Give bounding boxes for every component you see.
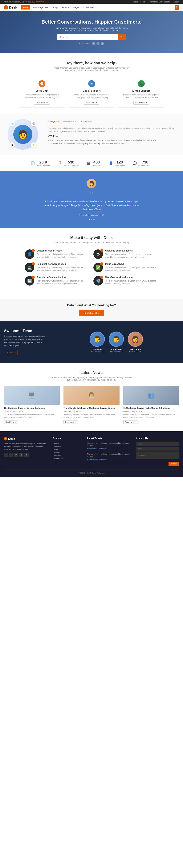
stats-section: 📄 20 K Articles Reviewed ❓ 530 Frequent … bbox=[0, 155, 183, 171]
tab-get-integrated[interactable]: Get Integrated bbox=[79, 119, 92, 124]
arrow-icon: ▼ bbox=[46, 102, 48, 104]
footer-tweet-link-2[interactable]: www.twitter.com/varname bbox=[87, 458, 107, 460]
team-member-3: 👩 Maria Kine Head Supporter bbox=[128, 332, 143, 352]
footer-col-brand: i Desk There are many variations of pass… bbox=[4, 437, 47, 466]
news-text-1: Proactively envisioned multimedia based … bbox=[4, 414, 60, 419]
workflow-title: Workflow works with you bbox=[105, 276, 158, 279]
google-icon[interactable]: g bbox=[101, 42, 104, 45]
footer-link-home[interactable]: Home bbox=[53, 442, 81, 445]
hero-search-button[interactable]: 🔍 bbox=[118, 34, 126, 40]
topbar-phone[interactable]: 1-800-000-0000 bbox=[30, 1, 44, 3]
nav-contact[interactable]: Contact Us bbox=[82, 5, 96, 9]
footer-name-input[interactable] bbox=[136, 442, 179, 446]
resolved-icon-wrap: ✅ ! bbox=[94, 263, 103, 272]
footer-link-contact[interactable]: Contact Us bbox=[53, 457, 81, 460]
footer-link-features[interactable]: Features bbox=[53, 454, 81, 457]
transform-icon-wrap: 🔄 ! bbox=[25, 276, 34, 285]
footer-social: f t in g r bbox=[4, 453, 47, 457]
footer-twitter-icon[interactable]: t bbox=[9, 453, 13, 457]
topbar-login[interactable]: Login bbox=[133, 1, 138, 3]
footer-link-forums[interactable]: Forums bbox=[53, 451, 81, 454]
helpdesk-desc: There are many variations of passages of… bbox=[36, 266, 89, 272]
float-icon-4: ⭐ bbox=[31, 143, 36, 148]
arrow-icon-3: ▼ bbox=[145, 102, 147, 104]
submit-ticket-button[interactable]: Submit a Ticket bbox=[79, 310, 104, 316]
twitter-icon[interactable]: t bbox=[97, 42, 100, 45]
news-text-3: Proactively envisioned multimedia based … bbox=[123, 414, 179, 419]
header-search-button[interactable]: 🔍 bbox=[175, 5, 179, 10]
footer-google-icon[interactable]: g bbox=[19, 453, 23, 457]
tabs-image: 📧 💬 📱 ⭐ 🧑 bbox=[4, 119, 42, 150]
news-read-more-1[interactable]: Read More ▼ bbox=[4, 420, 18, 424]
footer-explore-links: Home About Us FAQ Forums Features Contac… bbox=[53, 442, 81, 460]
topbar-downloads[interactable]: Download & Integrations bbox=[150, 1, 170, 3]
topbar-promo: Have any Question? Call us at 1-800-000-… bbox=[4, 1, 44, 3]
topbar: Have any Question? Call us at 1-800-000-… bbox=[0, 0, 183, 4]
member-role-1: Technical Support bbox=[89, 350, 105, 352]
resolved-desc: There are many variations of Lorem ipsum… bbox=[105, 266, 158, 272]
footer-link-faq[interactable]: FAQ bbox=[53, 448, 81, 451]
topbar-register[interactable]: Register bbox=[140, 1, 147, 3]
topbar-support[interactable]: Support bbox=[173, 1, 179, 3]
nav-home[interactable]: Home bbox=[21, 5, 30, 9]
footer-copyright: © 2014 Desk. All Rights Reserved. bbox=[78, 472, 105, 474]
arrow-icon-news-1: ▼ bbox=[15, 421, 17, 423]
news-subtext: There are many variations of passages of… bbox=[49, 376, 134, 381]
footer-submit-button[interactable]: Submit bbox=[168, 462, 179, 466]
phone-read-more[interactable]: Read More ▼ bbox=[133, 101, 149, 104]
tabs-content: Manage NYC Realtime Tips Get Integrated … bbox=[48, 119, 179, 145]
phone-icon: 📞 bbox=[138, 80, 145, 87]
nav-pages[interactable]: Pages bbox=[72, 5, 81, 9]
tab-realtime-tips[interactable]: Realtime Tips bbox=[63, 119, 76, 124]
dot-2[interactable] bbox=[91, 219, 92, 220]
news-text-2: Proactively envisioned multimedia based … bbox=[63, 414, 119, 419]
transform-text-block: Transform Communication There are many v… bbox=[36, 276, 89, 285]
footer-facebook-icon[interactable]: f bbox=[4, 453, 8, 457]
email-read-more[interactable]: Read More ▼ bbox=[84, 101, 99, 104]
hero-search-input[interactable] bbox=[57, 34, 118, 40]
footer-linkedin-icon[interactable]: in bbox=[14, 453, 18, 457]
easy-section: Make it easy with iDesk There are many v… bbox=[0, 228, 183, 299]
team-section: Awesome Team There are many variations o… bbox=[0, 321, 183, 363]
view-all-button[interactable]: View All bbox=[4, 350, 18, 355]
helpdesk-title: Help desk software is used bbox=[36, 263, 89, 266]
voice-chat-read-more[interactable]: Read More ▼ bbox=[34, 101, 50, 104]
nav-forums[interactable]: Forums bbox=[60, 5, 71, 9]
footer-message-input[interactable] bbox=[136, 452, 179, 459]
news-read-more-2[interactable]: Read More ▼ bbox=[63, 420, 78, 424]
testimonial-avatar: 👩 bbox=[87, 179, 96, 188]
nav-faqs[interactable]: FAQs bbox=[51, 5, 60, 9]
help-section: Hey there, how can we help? There are ma… bbox=[0, 53, 183, 114]
easy-item-transform: 🔄 ! Transform Communication There are ma… bbox=[25, 276, 89, 285]
stat-videos: 🎬 400 Help Videos bbox=[86, 160, 101, 166]
news-read-more-3[interactable]: Read More ▼ bbox=[123, 420, 137, 424]
float-icon-2: 💬 bbox=[31, 121, 36, 126]
footer-tweet-1: There are many variations of passages of… bbox=[87, 442, 130, 452]
footer-bottom: © 2014 Desk. All Rights Reserved. bbox=[4, 469, 179, 474]
facebook-icon[interactable]: f bbox=[92, 42, 95, 45]
customer-icon-wrap: 👤 ! bbox=[25, 249, 34, 259]
chat-icon: 💬 bbox=[38, 80, 45, 87]
help-card-phone: 📞 E-mail Support There are many variatio… bbox=[118, 77, 164, 108]
hero-heading: Better Conversations. Happier Cusotmers. bbox=[4, 19, 179, 25]
person-icon-circle: 🧑 bbox=[14, 125, 32, 144]
footer-email-input[interactable] bbox=[136, 447, 179, 451]
dot-3[interactable] bbox=[93, 219, 95, 220]
transform-title: Transform Communication bbox=[36, 276, 89, 279]
footer-logo: i Desk bbox=[4, 437, 47, 440]
tab-manage-nyc[interactable]: Manage NYC bbox=[48, 119, 60, 124]
news-title-3: 75 Customer Service Facts, Quotes & Stat… bbox=[123, 407, 179, 409]
footer-link-about[interactable]: About Us bbox=[53, 445, 81, 448]
team-inner: Awesome Team There are many variations o… bbox=[4, 329, 179, 355]
videos-icon: 🎬 bbox=[86, 161, 90, 165]
quote-mark: " bbox=[4, 191, 179, 199]
resolved-badge: ! bbox=[100, 262, 103, 266]
help-card-voice: 💬 Voice Chat There are many variations o… bbox=[19, 77, 65, 108]
float-icon-3: 📱 bbox=[9, 143, 15, 148]
footer-tweet-link[interactable]: www.twitter.com/varname bbox=[87, 447, 107, 449]
articles-icon: 📄 bbox=[31, 161, 35, 165]
testimonial-author: St. John King, Washington DC bbox=[4, 214, 179, 216]
nav-kb[interactable]: Knowledge Base bbox=[31, 5, 50, 9]
dot-1[interactable] bbox=[89, 219, 90, 220]
footer-rss-icon[interactable]: r bbox=[24, 453, 29, 457]
